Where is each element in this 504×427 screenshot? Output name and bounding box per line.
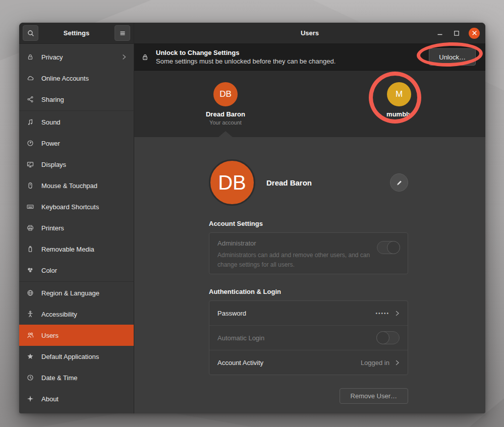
password-row[interactable]: Password ••••• (209, 301, 408, 325)
sidebar-separator (19, 110, 134, 111)
hamburger-menu-icon (119, 29, 127, 37)
account-settings-card: Administrator Administrators can add and… (209, 232, 408, 274)
avatar-initials: DB (218, 171, 246, 194)
sidebar-item-removable-media[interactable]: Removable Media (19, 238, 134, 260)
sidebar-item-keyboard-shortcuts[interactable]: Keyboard Shortcuts (19, 196, 134, 217)
remove-user-button[interactable]: Remove User… (340, 388, 408, 404)
search-icon (27, 29, 35, 37)
banner-title: Unlock to Change Settings (156, 49, 335, 56)
lock-icon (26, 53, 34, 61)
sidebar-item-label: Online Accounts (41, 75, 89, 82)
profile-row: DB Dread Baron (209, 159, 408, 206)
administrator-row: Administrator Administrators can add and… (209, 233, 408, 276)
star-icon (26, 352, 34, 360)
automatic-login-row: Automatic Login (209, 326, 408, 350)
sidebar-item-label: Region & Language (41, 289, 99, 297)
keyboard-icon (26, 203, 34, 211)
power-icon (26, 139, 34, 147)
sidebar-item-label: Printers (41, 224, 64, 232)
sidebar-item-about[interactable]: About (19, 388, 134, 409)
auth-login-card: Password ••••• Automatic Login Account A… (209, 300, 408, 375)
sidebar-item-label: Sound (41, 118, 61, 126)
sidebar-item-online-accounts[interactable]: Online Accounts (19, 68, 134, 89)
rename-user-button[interactable] (390, 173, 408, 192)
sidebar-item-label: Privacy (41, 53, 63, 61)
sidebar-item-region-language[interactable]: Region & Language (19, 282, 134, 303)
sidebar-item-users[interactable]: Users (19, 325, 134, 346)
banner-text: Unlock to Change Settings Some settings … (156, 49, 335, 65)
toggle-knob (376, 331, 389, 344)
sidebar-item-mouse-touchpad[interactable]: Mouse & Touchpad (19, 175, 134, 196)
clock-icon (26, 374, 34, 382)
users-icon (26, 331, 34, 339)
sidebar-item-accessibility[interactable]: Accessibility (19, 303, 134, 325)
sidebar-item-date-time[interactable]: Date & Time (19, 367, 134, 388)
unlock-banner: Unlock to Change Settings Some settings … (134, 44, 485, 71)
sidebar-item-label: Removable Media (41, 246, 94, 253)
close-button[interactable] (469, 28, 480, 39)
account-activity-value: Logged in (361, 359, 389, 367)
account-settings-header: Account Settings (209, 220, 263, 227)
selected-user-pointer (218, 131, 233, 137)
account-activity-row[interactable]: Account Activity Logged in (209, 350, 408, 375)
page-title: Users (134, 29, 485, 37)
sidebar-item-label: Accessibility (41, 311, 77, 318)
display-icon (26, 160, 34, 168)
automatic-login-toggle (376, 331, 400, 344)
sidebar-item-default-applications[interactable]: Default Applications (19, 346, 134, 367)
sidebar-item-label: Date & Time (41, 374, 78, 382)
search-button[interactable] (23, 25, 38, 41)
sidebar-item-sound[interactable]: Sound (19, 111, 134, 133)
profile-name: Dread Baron (266, 178, 312, 187)
avatar-initials: M (396, 89, 403, 99)
password-dots: ••••• (375, 311, 389, 316)
window-controls (435, 28, 485, 39)
sidebar-separator (19, 281, 134, 282)
sidebar-item-label: Color (41, 267, 57, 274)
sidebar-item-printers[interactable]: Printers (19, 217, 134, 238)
color-icon (26, 266, 34, 274)
sidebar-item-power[interactable]: Power (19, 133, 134, 154)
administrator-description: Administrators can add and remove other … (217, 251, 378, 269)
minimize-button[interactable] (435, 29, 444, 38)
sidebar-item-sharing[interactable]: Sharing (19, 89, 134, 110)
cloud-icon (26, 74, 34, 82)
sidebar-item-label: Users (41, 332, 59, 339)
sidebar-item-displays[interactable]: Displays (19, 154, 134, 175)
sidebar-item-privacy[interactable]: Privacy (19, 46, 134, 68)
administrator-toggle (377, 241, 400, 254)
profile-avatar: DB (209, 159, 255, 206)
share-icon (26, 95, 34, 103)
padlock-icon (141, 53, 149, 62)
account-activity-label: Account Activity (217, 359, 263, 367)
user-name: mumbly (364, 110, 434, 118)
sparkle-icon (26, 395, 34, 403)
automatic-login-label: Automatic Login (217, 334, 264, 342)
maximize-button[interactable] (452, 29, 461, 38)
user-carousel: DB Dread Baron Your account M mumbly (134, 71, 485, 137)
chevron-right-icon (395, 359, 400, 366)
sidebar-header: Settings (19, 23, 134, 44)
chevron-right-icon (395, 310, 400, 317)
sidebar-item-color[interactable]: Color (19, 260, 134, 281)
toggle-knob (387, 241, 400, 254)
avatar-initials: DB (219, 89, 232, 99)
app-title: Settings (38, 29, 115, 37)
mouse-icon (26, 181, 34, 190)
user-chip-dread-baron[interactable]: DB Dread Baron Your account (190, 82, 261, 126)
sidebar-item-label: Default Applications (41, 353, 99, 360)
user-detail-pane: DB Dread Baron Account Settings Administ… (134, 137, 485, 413)
user-name: Dread Baron (190, 110, 261, 118)
user-note: Your account (190, 119, 261, 126)
menu-button[interactable] (115, 25, 130, 41)
user-chip-mumbly[interactable]: M mumbly (364, 82, 434, 118)
close-icon (472, 30, 477, 36)
sidebar-item-label: Displays (41, 161, 66, 168)
sidebar-item-label: About (41, 395, 59, 403)
sidebar-item-label: Keyboard Shortcuts (41, 203, 99, 211)
sidebar: Settings Privacy Online Accounts Sharing (19, 23, 134, 413)
music-note-icon (26, 118, 34, 126)
avatar: M (387, 82, 411, 106)
sidebar-item-label: Sharing (41, 96, 64, 103)
unlock-button[interactable]: Unlock… (429, 48, 476, 66)
